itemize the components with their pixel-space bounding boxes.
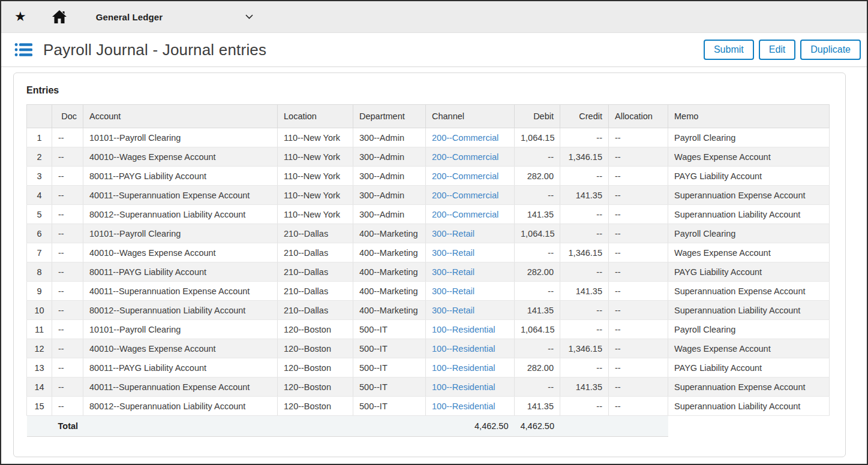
table-row: 6--10101--Payroll Clearing210--Dallas400… (27, 224, 830, 243)
location-cell: 210--Dallas (278, 224, 353, 243)
channel-link[interactable]: 200--Commercial (432, 171, 498, 181)
account-cell: 10101--Payroll Clearing (83, 320, 278, 339)
credit-cell: 1,346.15 (560, 243, 609, 262)
list-icon[interactable] (14, 42, 32, 58)
col-header-doc: Doc (52, 105, 83, 128)
memo-cell: Wages Expense Account (668, 147, 830, 167)
memo-cell: Wages Expense Account (668, 243, 830, 262)
channel-link: 300--Retail (426, 243, 515, 262)
credit-cell: -- (560, 224, 609, 243)
allocation-cell: -- (609, 397, 668, 416)
channel-link: 300--Retail (426, 301, 515, 320)
col-header-rownum (27, 105, 52, 128)
memo-cell: Superannuation Expense Account (668, 378, 830, 397)
table-row: 8--80011--PAYG Liability Account210--Dal… (27, 262, 830, 282)
account-cell: 80011--PAYG Liability Account (83, 167, 278, 186)
duplicate-button[interactable]: Duplicate (800, 40, 861, 59)
table-row: 9--40011--Superannuation Expense Account… (27, 282, 830, 301)
location-cell: 210--Dallas (278, 243, 353, 262)
memo-cell: PAYG Liability Account (668, 358, 830, 378)
department-cell: 300--Admin (353, 186, 426, 205)
channel-link[interactable]: 200--Commercial (432, 191, 498, 200)
department-cell: 400--Marketing (353, 224, 426, 243)
table-row: 3--80011--PAYG Liability Account110--New… (27, 167, 830, 186)
memo-cell: Superannuation Liability Account (668, 301, 830, 320)
row-number: 2 (27, 147, 52, 167)
row-number: 6 (27, 224, 52, 243)
credit-cell: -- (560, 167, 609, 186)
channel-link[interactable]: 100--Residential (432, 401, 495, 411)
channel-link[interactable]: 300--Retail (432, 267, 474, 277)
doc-cell: -- (52, 378, 83, 397)
debit-cell: 1,064.15 (515, 320, 560, 339)
channel-link: 100--Residential (426, 378, 515, 397)
channel-link: 200--Commercial (426, 147, 515, 167)
app-window: ★ General Ledger Payroll Journal - Jour (0, 0, 868, 465)
chevron-down-icon (245, 14, 253, 19)
debit-cell: 141.35 (515, 397, 560, 416)
doc-cell: -- (52, 224, 83, 243)
channel-link[interactable]: 100--Residential (432, 382, 495, 392)
location-cell: 110--New York (278, 205, 353, 224)
credit-cell: -- (560, 301, 609, 320)
allocation-cell: -- (609, 282, 668, 301)
edit-button[interactable]: Edit (759, 40, 796, 59)
channel-link[interactable]: 100--Residential (432, 325, 495, 334)
table-row: 12--40010--Wages Expense Account120--Bos… (27, 339, 830, 358)
allocation-cell: -- (609, 339, 668, 358)
submit-button[interactable]: Submit (704, 40, 754, 59)
channel-link[interactable]: 100--Residential (432, 344, 495, 354)
channel-link[interactable]: 300--Retail (432, 229, 474, 238)
channel-link: 300--Retail (426, 282, 515, 301)
location-cell: 110--New York (278, 167, 353, 186)
location-cell: 110--New York (278, 147, 353, 167)
entries-card: Entries Doc Account Location Department … (13, 73, 846, 457)
doc-cell: -- (52, 147, 83, 167)
doc-cell: -- (52, 320, 83, 339)
channel-link[interactable]: 300--Retail (432, 248, 474, 258)
credit-cell: -- (560, 397, 609, 416)
topbar: ★ General Ledger (1, 1, 867, 33)
account-cell: 80011--PAYG Liability Account (83, 358, 278, 378)
col-header-memo: Memo (668, 105, 830, 128)
doc-cell: -- (52, 167, 83, 186)
doc-cell: -- (52, 243, 83, 262)
table-row: 2--40010--Wages Expense Account110--New … (27, 147, 830, 167)
credit-cell: 141.35 (560, 186, 609, 205)
doc-cell: -- (52, 301, 83, 320)
credit-cell: 1,346.15 (560, 339, 609, 358)
credit-cell: -- (560, 128, 609, 147)
row-number: 13 (27, 358, 52, 378)
account-cell: 10101--Payroll Clearing (83, 224, 278, 243)
doc-cell: -- (52, 128, 83, 147)
department-cell: 300--Admin (353, 147, 426, 167)
action-buttons: Submit Edit Duplicate (704, 40, 861, 59)
channel-link[interactable]: 200--Commercial (432, 133, 498, 143)
col-header-department: Department (353, 105, 426, 128)
col-header-account: Account (83, 105, 278, 128)
memo-cell: Superannuation Liability Account (668, 205, 830, 224)
channel-link: 200--Commercial (426, 128, 515, 147)
allocation-cell: -- (609, 186, 668, 205)
channel-link[interactable]: 100--Residential (432, 363, 495, 373)
channel-link: 100--Residential (426, 358, 515, 378)
doc-cell: -- (52, 282, 83, 301)
department-cell: 300--Admin (353, 128, 426, 147)
department-cell: 500--IT (353, 397, 426, 416)
row-number: 1 (27, 128, 52, 147)
department-cell: 500--IT (353, 378, 426, 397)
channel-link[interactable]: 300--Retail (432, 306, 474, 315)
channel-link[interactable]: 200--Commercial (432, 152, 498, 162)
channel-link[interactable]: 300--Retail (432, 286, 474, 296)
home-icon[interactable] (52, 10, 67, 24)
favorites-star-icon[interactable]: ★ (14, 10, 26, 23)
allocation-cell: -- (609, 301, 668, 320)
location-cell: 120--Boston (278, 358, 353, 378)
app-menu[interactable]: General Ledger (96, 12, 253, 22)
channel-link[interactable]: 200--Commercial (432, 210, 498, 219)
memo-cell: Superannuation Expense Account (668, 282, 830, 301)
allocation-cell: -- (609, 358, 668, 378)
memo-cell: Wages Expense Account (668, 339, 830, 358)
debit-cell: 282.00 (515, 358, 560, 378)
allocation-cell: -- (609, 205, 668, 224)
